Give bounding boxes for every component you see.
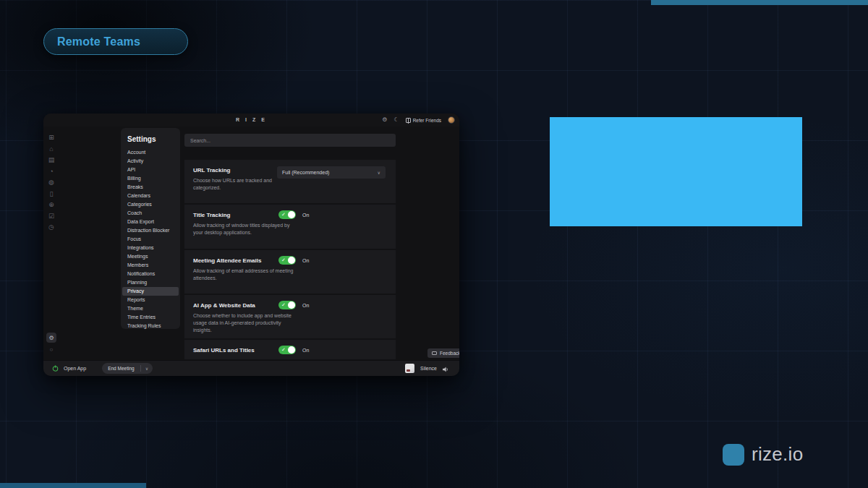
nav-item-planning[interactable]: Planning bbox=[121, 278, 180, 287]
nav-item-focus[interactable]: Focus bbox=[121, 235, 180, 244]
nav-item-notifications[interactable]: Notifications bbox=[121, 270, 180, 278]
nav-item-privacy[interactable]: Privacy bbox=[122, 287, 179, 296]
toggle-state-label: On bbox=[302, 303, 309, 308]
album-art-thumbnail bbox=[405, 364, 414, 373]
nav-item-reports[interactable]: Reports bbox=[121, 296, 180, 304]
section-title-tracking: Title Tracking Allow tracking of window … bbox=[184, 205, 396, 249]
section-meeting-attendee-emails: Meeting Attendee Emails Allow tracking o… bbox=[184, 250, 396, 294]
footer-media-controls: Silence bbox=[405, 362, 449, 375]
toggle-state-label: On bbox=[302, 213, 309, 218]
privacy-settings-list: URL Tracking Choose how URLs are tracked… bbox=[184, 160, 396, 359]
titlebar-actions: ⚙ ☾ Refer Friends bbox=[382, 114, 455, 127]
toggle-state-label: On bbox=[302, 258, 309, 263]
check-icon: ✓ bbox=[281, 302, 286, 307]
dashboard-icon[interactable]: ⊞ bbox=[48, 134, 54, 141]
history-icon[interactable]: ◷ bbox=[48, 224, 54, 231]
feedback-icon bbox=[432, 351, 437, 355]
open-app-button[interactable]: Open App bbox=[64, 366, 86, 371]
remote-teams-badge: Remote Teams bbox=[43, 28, 188, 55]
section-description: Choose how URLs are tracked and categori… bbox=[193, 177, 294, 192]
nav-item-time-entries[interactable]: Time Entries bbox=[121, 313, 180, 322]
timer-icon[interactable]: ◔ bbox=[49, 168, 53, 175]
section-description: Allow tracking of window titles displaye… bbox=[193, 222, 294, 236]
avatar[interactable] bbox=[448, 116, 455, 124]
bottom-accent-bar bbox=[0, 483, 146, 488]
nav-item-categories[interactable]: Categories bbox=[121, 200, 180, 209]
safari-urls-titles-toggle[interactable]: ✓ bbox=[278, 346, 296, 354]
toggle-row: ✓ On bbox=[278, 210, 309, 219]
categories-icon[interactable]: ⊕ bbox=[48, 202, 54, 208]
title-tracking-toggle[interactable]: ✓ bbox=[278, 210, 296, 219]
nav-item-theme[interactable]: Theme bbox=[121, 304, 180, 313]
toggle-knob bbox=[288, 301, 295, 309]
nav-item-data-export[interactable]: Data Export bbox=[121, 218, 180, 226]
home-icon[interactable]: ⌂ bbox=[49, 146, 53, 153]
nav-item-coach[interactable]: Coach bbox=[121, 209, 180, 218]
nav-item-distraction-blocker[interactable]: Distraction Blocker bbox=[121, 226, 180, 235]
dark-mode-moon-icon[interactable]: ☾ bbox=[393, 117, 399, 123]
briefcase-icon[interactable]: ▤ bbox=[48, 157, 55, 163]
remote-teams-label: Remote Teams bbox=[57, 35, 140, 48]
end-meeting-label: End Meeting bbox=[102, 366, 140, 371]
rize-logo-text: rize.io bbox=[752, 443, 803, 466]
rize-app-window: R I Z E ⚙ ☾ Refer Friends ⊞ ⌂ ▤ ◔ ◍ ▯ ⊕ bbox=[43, 114, 459, 376]
nav-item-activity[interactable]: Activity bbox=[121, 157, 180, 166]
journal-icon[interactable]: ▯ bbox=[50, 191, 54, 197]
toggle-row: ✓ On bbox=[278, 346, 309, 354]
app-footer-bar: Open App End Meeting ∨ Silence bbox=[43, 360, 459, 376]
toggle-knob bbox=[288, 257, 295, 264]
ai-app-website-data-toggle[interactable]: ✓ bbox=[278, 301, 296, 309]
nav-item-breaks[interactable]: Breaks bbox=[121, 183, 180, 192]
section-description: Choose whether to include app and websit… bbox=[193, 312, 294, 334]
nav-item-integrations[interactable]: Integrations bbox=[121, 244, 180, 252]
nav-item-account[interactable]: Account bbox=[121, 148, 180, 157]
settings-nav-panel: Settings Account Activity API Billing Br… bbox=[121, 128, 180, 329]
nav-item-members[interactable]: Members bbox=[121, 261, 180, 270]
nav-item-billing[interactable]: Billing bbox=[121, 174, 180, 183]
nav-item-tracking-rules[interactable]: Tracking Rules bbox=[121, 322, 180, 329]
toggle-knob bbox=[288, 346, 295, 354]
chevron-down-icon: ∨ bbox=[378, 170, 380, 175]
end-meeting-button[interactable]: End Meeting ∨ bbox=[102, 363, 153, 374]
rail-bottom: ⚙ ○ bbox=[43, 333, 59, 353]
toggle-row: ✓ On bbox=[278, 256, 309, 265]
silence-label: Silence bbox=[420, 366, 437, 371]
search-input[interactable] bbox=[184, 134, 396, 147]
check-icon: ✓ bbox=[281, 257, 286, 262]
nav-item-calendars[interactable]: Calendars bbox=[121, 192, 180, 200]
profile-circle-icon[interactable]: ○ bbox=[50, 346, 54, 353]
check-icon: ✓ bbox=[281, 347, 286, 352]
speaker-icon[interactable] bbox=[443, 362, 449, 375]
rail-icon-list: ⊞ ⌂ ▤ ◔ ◍ ▯ ⊕ ☑ ◷ bbox=[48, 134, 55, 231]
gift-icon bbox=[406, 118, 411, 123]
meeting-attendee-emails-toggle[interactable]: ✓ bbox=[278, 256, 296, 265]
section-title: AI App & Website Data bbox=[193, 302, 255, 309]
feedback-button[interactable]: Feedback bbox=[427, 348, 459, 358]
section-title: Meeting Attendee Emails bbox=[193, 257, 261, 264]
section-title: Safari URLs and Titles bbox=[193, 347, 255, 354]
section-description: Allow tracking of email addresses of mee… bbox=[193, 267, 294, 282]
nav-item-api[interactable]: API bbox=[121, 166, 180, 174]
app-titlebar: R I Z E ⚙ ☾ Refer Friends bbox=[43, 114, 459, 127]
blue-panel bbox=[550, 117, 802, 226]
nav-item-meetings[interactable]: Meetings bbox=[121, 252, 180, 261]
toggle-knob bbox=[288, 211, 295, 218]
tasks-icon[interactable]: ☑ bbox=[48, 213, 54, 220]
chevron-down-icon[interactable]: ∨ bbox=[141, 366, 153, 371]
section-ai-app-website-data: AI App & Website Data Choose whether to … bbox=[184, 295, 396, 338]
feedback-label: Feedback bbox=[440, 351, 459, 356]
refer-friends-button[interactable]: Refer Friends bbox=[406, 118, 441, 123]
rize-logo: rize.io bbox=[723, 443, 803, 466]
settings-title: Settings bbox=[121, 135, 180, 143]
globe-icon[interactable]: ◍ bbox=[48, 179, 54, 186]
settings-gear-active-icon[interactable]: ⚙ bbox=[46, 333, 56, 343]
top-accent-bar bbox=[651, 0, 868, 5]
section-url-tracking: URL Tracking Choose how URLs are tracked… bbox=[184, 160, 396, 203]
section-title: URL Tracking bbox=[193, 167, 230, 174]
settings-gear-icon[interactable]: ⚙ bbox=[382, 117, 387, 123]
dropdown-value: Full (Recommended) bbox=[282, 170, 329, 175]
icon-rail: ⊞ ⌂ ▤ ◔ ◍ ▯ ⊕ ☑ ◷ ⚙ ○ bbox=[43, 127, 59, 360]
url-tracking-dropdown[interactable]: Full (Recommended) ∨ bbox=[277, 166, 386, 179]
check-icon: ✓ bbox=[281, 212, 286, 217]
power-icon[interactable] bbox=[52, 365, 59, 372]
